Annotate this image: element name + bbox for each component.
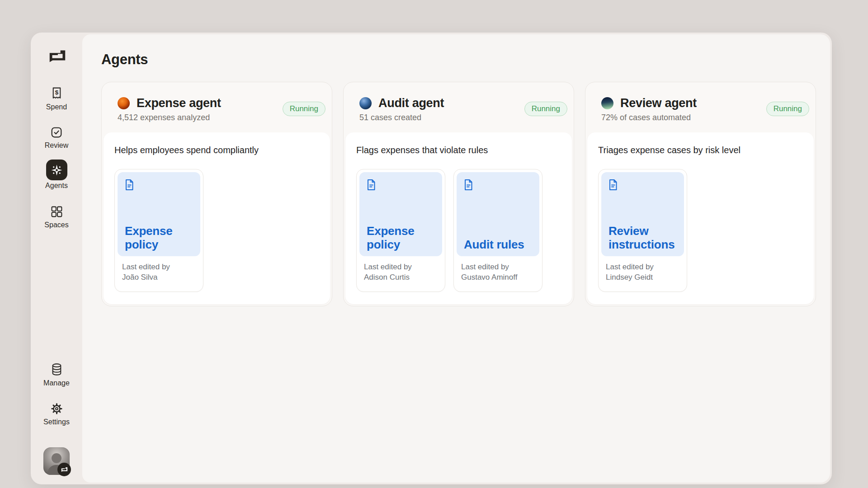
document-tile-expense-policy[interactable]: Expense policy Last edited by Adison Cur… [356,169,445,292]
sidebar-item-manage[interactable]: Manage [31,363,82,387]
document-preview: Review instructions [601,172,684,256]
sidebar-item-review[interactable]: Review [31,127,82,150]
review-agent-orb-icon [601,97,613,109]
document-editor: Lindsey Geidt [606,272,679,283]
document-tiles: Review instructions Last edited by Linds… [598,169,803,292]
grid-icon [51,206,63,218]
document-preview: Audit rules [457,172,539,256]
main-panel: Agents Expense agent 4,512 expenses anal… [82,34,830,483]
document-title: Review instructions [609,224,679,251]
document-meta: Last edited by Adison Curtis [364,262,438,282]
avatar-ramp-badge-icon [57,463,71,476]
document-meta-label: Last edited by [122,262,196,272]
document-meta: Last edited by Lindsey Geidt [606,262,679,282]
agent-name: Audit agent [378,96,444,110]
document-title: Audit rules [464,238,535,251]
document-meta-label: Last edited by [606,262,679,272]
agent-card-body: Triages expense cases by risk level Revi… [587,132,814,304]
agent-card-audit[interactable]: Audit agent 51 cases created Running Fla… [343,82,574,306]
checkbox-check-icon [51,127,62,138]
sparkle-icon [51,164,63,176]
desktop-background: { "app": { "name": "Ramp" }, "sidebar": … [0,0,868,488]
agent-card-header: Audit agent 51 cases created Running [344,82,574,122]
ramp-logo[interactable] [47,49,67,63]
document-meta-label: Last edited by [364,262,438,272]
agent-card-review[interactable]: Review agent 72% of cases automated Runn… [585,82,816,306]
document-icon [609,179,618,191]
document-icon [125,179,134,191]
document-preview: Expense policy [359,172,442,256]
status-badge: Running [283,102,326,116]
sidebar-label-review: Review [31,141,82,150]
agent-description: Triages expense cases by risk level [598,145,803,155]
document-title: Expense policy [125,224,196,251]
agent-card-header: Review agent 72% of cases automated Runn… [585,82,816,122]
agent-card-body: Flags expenses that violate rules Expens… [345,132,572,304]
sidebar: $ Spend Review Agents [31,33,82,484]
agent-card-expense[interactable]: Expense agent 4,512 expenses analyzed Ru… [101,82,332,306]
document-tiles: Expense policy Last edited by Adison Cur… [356,169,561,292]
sidebar-label-spend: Spend [31,103,82,111]
agent-description: Helps employees spend compliantly [114,145,319,155]
sidebar-label-spaces: Spaces [31,221,82,229]
agent-card-header: Expense agent 4,512 expenses analyzed Ru… [102,82,332,122]
agent-description: Flags expenses that violate rules [356,145,561,155]
sidebar-label-manage: Manage [31,379,82,387]
agent-name: Review agent [620,96,697,110]
status-badge: Running [524,102,567,116]
document-meta: Last edited by Gustavo Aminoff [461,262,535,282]
agents-active-tile [46,160,67,180]
receipt-dollar-icon: $ [51,87,62,100]
svg-text:$: $ [55,89,58,96]
document-tiles: Expense policy Last edited by João Silva [114,169,319,292]
page-title: Agents [101,52,148,68]
document-icon [367,179,376,191]
gear-icon [51,403,63,415]
sidebar-item-agents[interactable]: Agents [31,160,82,190]
document-meta-label: Last edited by [461,262,535,272]
sidebar-label-settings: Settings [31,418,82,426]
sidebar-label-agents: Agents [31,182,82,190]
document-preview: Expense policy [118,172,200,256]
agent-card-body: Helps employees spend compliantly Expens… [104,132,330,304]
document-tile-review-instructions[interactable]: Review instructions Last edited by Linds… [598,169,687,292]
sidebar-item-spaces[interactable]: Spaces [31,206,82,229]
document-icon [464,179,473,191]
document-editor: João Silva [122,272,196,283]
document-tile-expense-policy[interactable]: Expense policy Last edited by João Silva [114,169,203,292]
status-badge: Running [766,102,809,116]
database-icon [51,363,62,376]
document-title: Expense policy [367,224,438,251]
document-editor: Adison Curtis [364,272,438,283]
agent-cards-row: Expense agent 4,512 expenses analyzed Ru… [101,82,816,306]
ramp-logo-icon [47,49,67,63]
document-editor: Gustavo Aminoff [461,272,535,283]
document-meta: Last edited by João Silva [122,262,196,282]
app-window: $ Spend Review Agents [31,33,832,484]
agent-name: Expense agent [137,96,221,110]
expense-agent-orb-icon [118,97,130,109]
document-tile-audit-rules[interactable]: Audit rules Last edited by Gustavo Amino… [453,169,542,292]
user-avatar[interactable] [43,447,70,475]
sidebar-item-spend[interactable]: $ Spend [31,87,82,111]
audit-agent-orb-icon [359,97,372,109]
sidebar-item-settings[interactable]: Settings [31,403,82,426]
